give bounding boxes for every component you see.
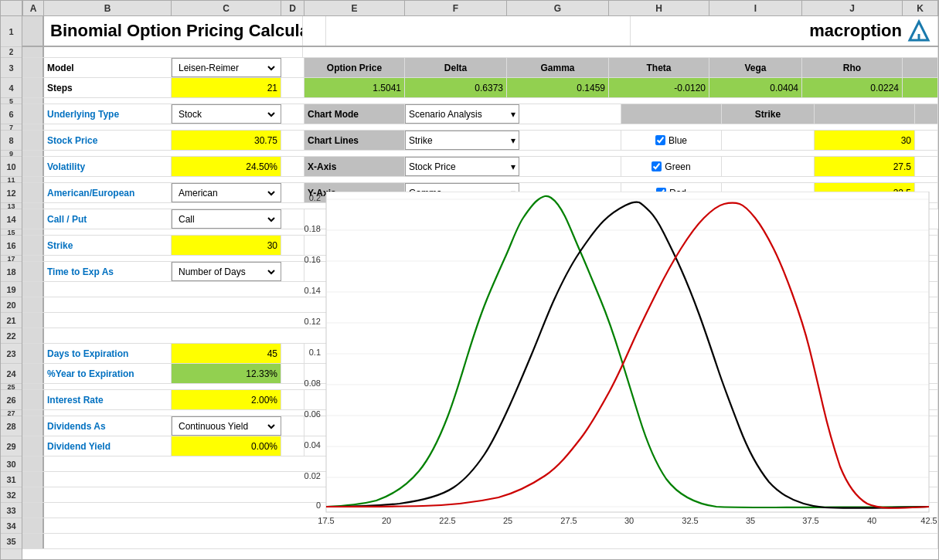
cell-11-A	[22, 177, 44, 182]
cell-34-A	[22, 518, 44, 533]
rownum-33: 33	[1, 503, 22, 518]
cell-4-K	[903, 78, 938, 97]
row-19	[22, 282, 938, 297]
delta-header: Delta	[405, 58, 507, 77]
days-exp-label: Days to Expiration	[44, 344, 172, 363]
x-axis-arrow: ▾	[511, 161, 515, 172]
cell-8-G	[519, 131, 621, 150]
cell-27-A	[22, 410, 44, 416]
row-5	[22, 98, 938, 104]
rownum-19: 19	[1, 282, 22, 297]
row-17	[22, 256, 938, 262]
strike-value[interactable]: 30	[172, 236, 281, 255]
volatility-value[interactable]: 24.50%	[172, 157, 281, 176]
row-27	[22, 410, 938, 416]
row-34	[22, 518, 938, 534]
row-10: Volatility 24.50% X-Axis Stock Price ▾ G…	[22, 157, 938, 177]
cell-35-rest	[44, 534, 938, 548]
stock-price-value[interactable]: 30.75	[172, 131, 281, 150]
cell-34-rest	[44, 518, 938, 533]
rownum-13: 13	[1, 203, 22, 209]
rownum-6: 6	[1, 104, 22, 124]
rho-value: 0.0224	[802, 78, 903, 97]
row-20	[22, 297, 938, 313]
model-select[interactable]: Leisen-Reimer	[175, 62, 277, 74]
underlying-type-label: Underlying Type	[44, 104, 172, 124]
green-check-cell[interactable]: Green	[621, 157, 722, 176]
dividend-yield-value[interactable]: 0.00%	[172, 436, 281, 456]
row-12: American/European American European Y-Ax…	[22, 183, 938, 203]
cell-24-A	[22, 364, 44, 383]
stock-price-label: Stock Price	[44, 131, 172, 150]
cell-31-rest	[44, 472, 938, 487]
cell-3-K	[903, 58, 938, 77]
cell-2-A	[22, 47, 44, 57]
underlying-type-dropdown[interactable]: Stock	[172, 104, 281, 124]
cell-18-D	[281, 262, 304, 281]
row-2	[22, 47, 938, 58]
days-exp-value[interactable]: 45	[172, 344, 281, 363]
col-header-F: F	[405, 1, 507, 15]
call-put-dropdown[interactable]: Call Put	[172, 209, 281, 229]
cell-32-rest	[44, 487, 938, 502]
chart-lines-arrow: ▾	[511, 135, 515, 146]
rownum-11: 11	[1, 177, 22, 183]
dividends-as-select[interactable]: Continuous Yield	[175, 420, 277, 433]
rownum-21: 21	[1, 313, 22, 328]
row-1: Binomial Option Pricing Calculator macro…	[22, 16, 938, 47]
cell-2-B	[44, 47, 303, 57]
theta-value: -0.0120	[609, 78, 709, 97]
blue-checkbox[interactable]	[655, 135, 665, 145]
green-label: Green	[665, 161, 690, 172]
cell-20-rest	[44, 297, 938, 312]
model-dropdown[interactable]: Leisen-Reimer	[172, 58, 281, 77]
rownum-3: 3	[1, 58, 22, 78]
cell-12-G	[519, 183, 621, 202]
row-25	[22, 384, 938, 390]
american-select[interactable]: American European	[175, 187, 277, 199]
blue-value[interactable]: 30	[815, 131, 915, 150]
y-axis-dropdown[interactable]: Gamma ▾	[405, 183, 519, 202]
year-exp-label: %Year to Expiration	[44, 364, 172, 383]
chart-lines-dropdown[interactable]: Strike ▾	[405, 131, 519, 150]
model-label: Model	[44, 58, 172, 77]
cell-4-D	[281, 78, 304, 97]
dividends-as-dropdown[interactable]: Continuous Yield	[172, 416, 281, 436]
cell-14-A	[22, 209, 44, 229]
col-header-H: H	[609, 1, 709, 15]
chart-mode-dropdown[interactable]: Scenario Analysis ▾	[405, 104, 519, 124]
steps-label: Steps	[44, 78, 172, 97]
cell-12-I	[722, 183, 815, 202]
cell-7-rest	[44, 124, 938, 130]
col-header-rownum	[1, 1, 22, 15]
rownum-32: 32	[1, 487, 22, 503]
green-checkbox[interactable]	[652, 161, 662, 171]
cell-18-rest	[304, 262, 938, 281]
cell-6-G	[519, 104, 621, 124]
cell-18-A	[22, 262, 44, 281]
x-axis-label: X-Axis	[304, 157, 405, 176]
time-exp-dropdown[interactable]: Number of Days	[172, 262, 281, 281]
interest-value[interactable]: 2.00%	[172, 390, 281, 409]
time-exp-label: Time to Exp As	[44, 262, 172, 281]
x-axis-dropdown[interactable]: Stock Price ▾	[405, 157, 519, 176]
cell-19-A	[22, 282, 44, 297]
green-value[interactable]: 27.5	[815, 157, 915, 176]
cell-23-D	[281, 344, 304, 363]
cell-22-A	[22, 328, 44, 343]
blue-check-cell[interactable]: Blue	[621, 131, 722, 150]
steps-value[interactable]: 21	[172, 78, 281, 97]
cell-31-A	[22, 472, 44, 487]
dividends-as-label: Dividends As	[44, 416, 172, 436]
american-dropdown[interactable]: American European	[172, 183, 281, 202]
red-value[interactable]: 32.5	[815, 183, 915, 202]
red-check-cell[interactable]: Red	[621, 183, 722, 202]
underlying-type-select[interactable]: Stock	[175, 108, 277, 120]
row-21	[22, 313, 938, 328]
cell-14-D	[281, 209, 304, 229]
call-put-select[interactable]: Call Put	[175, 213, 277, 226]
time-exp-select[interactable]: Number of Days	[175, 266, 277, 278]
cell-26-A	[22, 390, 44, 409]
cell-30-rest	[44, 456, 938, 471]
red-checkbox[interactable]	[656, 188, 666, 198]
